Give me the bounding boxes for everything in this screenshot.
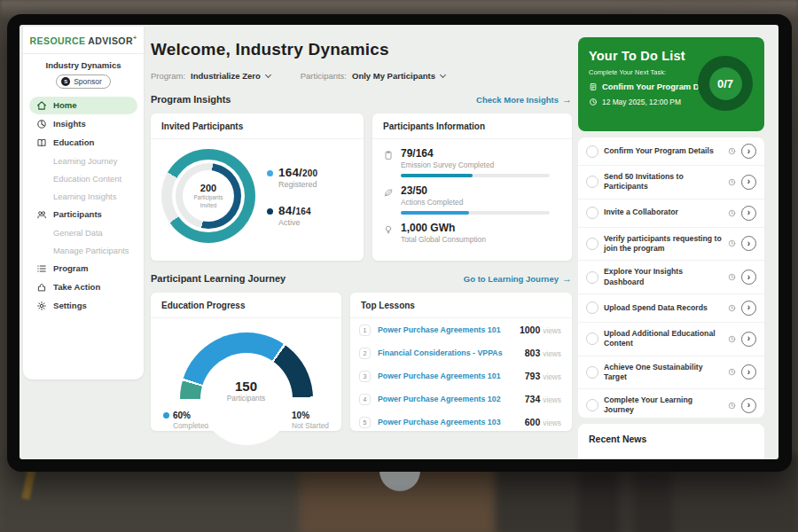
sidebar-item-home[interactable]: Home xyxy=(29,97,137,114)
sponsor-badge[interactable]: S Sponsor xyxy=(56,74,111,89)
education-gauge-chart: 150 Participants xyxy=(180,332,313,399)
gauge-center-label: Participants xyxy=(180,394,313,403)
filter-bar: Program: Industrialize Zero Participants… xyxy=(151,71,445,81)
task-open-button[interactable]: › xyxy=(741,398,756,413)
task-checkbox[interactable] xyxy=(586,271,598,284)
lesson-row: 4 Power Purchase Agreements 102 734views xyxy=(350,387,572,411)
clock-icon xyxy=(728,273,736,281)
lesson-title-link[interactable]: Financial Considerations - VPPAs xyxy=(378,348,525,357)
task-open-button[interactable]: › xyxy=(741,270,756,285)
recent-news-title: Recent News xyxy=(589,434,754,444)
todo-task-row: Send 50 Invitations to Participants› xyxy=(578,166,764,200)
todo-hero-card: Your To Do List Complete Your Next Task:… xyxy=(578,37,764,131)
gear-icon xyxy=(36,301,47,311)
participants-icon xyxy=(36,209,47,220)
legend-dot xyxy=(163,412,169,419)
sidebar-item-general-data[interactable]: General Data xyxy=(29,224,137,241)
sidebar-item-manage-participants[interactable]: Manage Participants xyxy=(29,242,137,259)
chevron-down-icon xyxy=(265,71,271,77)
legend-item-registered: 164/200 Registered xyxy=(267,166,317,189)
program-select-label: Program: xyxy=(151,71,185,81)
legend-dot xyxy=(267,208,273,215)
program-select[interactable]: Program: Industrialize Zero xyxy=(151,71,270,81)
sidebar-item-label: Participants xyxy=(53,209,102,219)
task-checkbox[interactable] xyxy=(586,366,598,379)
task-open-button[interactable]: › xyxy=(741,175,756,190)
sidebar-item-label: Home xyxy=(53,100,77,110)
sidebar-item-take-action[interactable]: Take Action xyxy=(29,278,137,296)
task-checkbox[interactable] xyxy=(586,332,598,345)
lesson-title-link[interactable]: Power Purchase Agreements 103 xyxy=(378,418,525,426)
logo-plus: + xyxy=(133,35,137,41)
lesson-rank: 2 xyxy=(359,348,371,359)
task-open-button[interactable]: › xyxy=(741,301,756,316)
education-icon xyxy=(36,137,47,148)
task-open-button[interactable]: › xyxy=(741,332,756,347)
lesson-title-link[interactable]: Power Purchase Agreements 101 xyxy=(378,372,525,380)
participants-select[interactable]: Participants: Only My Participants xyxy=(301,71,445,81)
clock-icon xyxy=(728,209,736,217)
todo-task-row: Verify participants requesting to join t… xyxy=(578,228,764,262)
todo-task-row: Explore Your Insights Dashboard› xyxy=(578,261,764,294)
task-checkbox[interactable] xyxy=(586,176,598,188)
donut-center-label: ParticipantsInvited xyxy=(194,194,223,208)
sidebar-item-label: Education xyxy=(53,137,94,147)
task-checkbox[interactable] xyxy=(586,207,598,219)
sidebar-item-settings[interactable]: Settings xyxy=(29,297,137,315)
task-checkbox[interactable] xyxy=(586,301,598,314)
clock-icon xyxy=(728,304,736,312)
sidebar-item-insights[interactable]: Insights xyxy=(29,115,137,133)
card-title: Top Lessons xyxy=(350,293,572,318)
todo-list-card: Confirm Your Program Details›Send 50 Inv… xyxy=(578,137,764,418)
stat-actions-completed: 23/50 Actions Completed xyxy=(383,184,561,215)
task-open-button[interactable]: › xyxy=(741,206,756,221)
task-open-button[interactable]: › xyxy=(741,144,756,159)
dashboard-screen: RESOURCE ADVISOR+ Industry Dynamics S Sp… xyxy=(20,25,778,459)
sponsor-badge-label: Sponsor xyxy=(74,77,102,86)
task-open-button[interactable]: › xyxy=(741,364,756,379)
arrow-right-icon: → xyxy=(562,94,572,105)
task-checkbox[interactable] xyxy=(586,399,598,411)
stat-global-consumption: 1,000 GWh Total Global Consumption xyxy=(383,222,561,244)
photo-background: RESOURCE ADVISOR+ Industry Dynamics S Sp… xyxy=(0,0,798,532)
logo-text-secondary: ADVISOR xyxy=(88,35,133,46)
sidebar-item-learning-insights[interactable]: Learning Insights xyxy=(29,188,137,205)
sponsor-badge-icon: S xyxy=(61,77,70,86)
legend-dot xyxy=(267,170,273,176)
lesson-row: 5 Power Purchase Agreements 103 600views xyxy=(350,411,572,434)
arrow-right-icon: → xyxy=(562,273,572,284)
participants-information-card: Participants Information 79/164 Emission… xyxy=(372,113,572,261)
home-icon xyxy=(36,100,47,111)
sidebar-item-program[interactable]: Program xyxy=(29,260,137,278)
check-more-insights-link[interactable]: Check More Insights→ xyxy=(476,94,572,105)
participants-select-label: Participants: xyxy=(301,71,347,81)
gauge-center-value: 150 xyxy=(180,379,313,394)
clock-icon xyxy=(589,98,598,106)
task-open-button[interactable]: › xyxy=(741,236,756,251)
logo-text-primary: RESOURCE xyxy=(30,35,86,46)
progress-fill xyxy=(401,174,473,177)
sidebar-item-label: Settings xyxy=(53,301,87,310)
sidebar-item-education[interactable]: Education xyxy=(29,134,137,152)
sidebar-item-label: Learning Insights xyxy=(53,192,116,201)
sidebar-item-participants[interactable]: Participants xyxy=(29,206,137,223)
lesson-title-link[interactable]: Power Purchase Agreements 101 xyxy=(378,325,520,334)
program-insights-header: Program Insights Check More Insights→ xyxy=(151,94,572,105)
clock-icon xyxy=(728,368,736,376)
monitor-bezel: RESOURCE ADVISOR+ Industry Dynamics S Sp… xyxy=(7,14,792,472)
task-label: Verify participants requesting to join t… xyxy=(604,234,723,254)
task-checkbox[interactable] xyxy=(586,145,598,158)
lesson-row: 1 Power Purchase Agreements 101 1000view… xyxy=(350,318,572,341)
sidebar-item-education-content[interactable]: Education Content xyxy=(29,170,137,187)
donut-center-value: 200 xyxy=(200,183,216,193)
sidebar-item-learning-journey[interactable]: Learning Journey xyxy=(29,153,137,169)
chevron-down-icon xyxy=(440,71,446,77)
clock-icon xyxy=(728,239,736,247)
task-checkbox[interactable] xyxy=(586,238,598,250)
lesson-title-link[interactable]: Power Purchase Agreements 102 xyxy=(378,395,525,403)
lesson-rank: 5 xyxy=(359,417,371,428)
section-title: Program Insights xyxy=(151,94,231,105)
participants-select-value: Only My Participants xyxy=(352,71,435,81)
go-to-learning-journey-link[interactable]: Go to Learning Journey→ xyxy=(464,273,572,284)
card-title: Education Progress xyxy=(151,293,341,318)
